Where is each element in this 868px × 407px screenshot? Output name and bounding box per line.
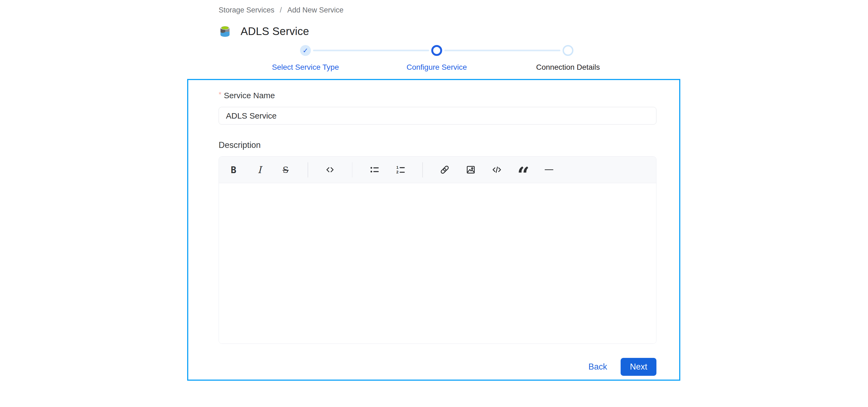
toolbar-divider <box>308 162 308 178</box>
block-quote-icon[interactable]: “ <box>516 162 531 178</box>
breadcrumb-separator: / <box>280 6 282 14</box>
strikethrough-icon[interactable]: S <box>278 162 293 178</box>
step-1-indicator: ✓ <box>300 45 311 56</box>
numbered-list-icon[interactable]: 1 2 <box>393 162 408 178</box>
breadcrumb: Storage Services / Add New Service <box>219 6 343 14</box>
breadcrumb-storage-services[interactable]: Storage Services <box>219 6 275 14</box>
step-connection-details: Connection Details <box>502 45 633 72</box>
italic-icon[interactable]: I <box>252 162 267 178</box>
adls-service-icon <box>219 25 231 38</box>
bulleted-list-icon[interactable] <box>367 162 382 178</box>
editor-toolbar: B I S <box>219 157 656 183</box>
page-header: ADLS Service <box>219 25 309 38</box>
page-title: ADLS Service <box>241 25 309 37</box>
service-name-input[interactable] <box>219 107 656 125</box>
card-footer: Back Next <box>219 358 656 376</box>
step-2-indicator <box>431 45 442 56</box>
step-3-indicator <box>563 45 574 56</box>
svg-text:1: 1 <box>396 165 399 169</box>
image-icon[interactable] <box>463 162 478 178</box>
bold-icon[interactable]: B <box>226 162 241 178</box>
check-icon: ✓ <box>303 47 308 54</box>
horizontal-rule-icon[interactable] <box>541 162 557 178</box>
next-button[interactable]: Next <box>621 358 656 376</box>
code-block-icon[interactable] <box>489 162 504 178</box>
toolbar-divider <box>352 162 352 178</box>
back-button[interactable]: Back <box>588 362 607 372</box>
step-select-service-type: ✓ Select Service Type <box>240 45 371 72</box>
description-editor: B I S <box>219 156 656 344</box>
configure-service-card: * Service Name Description B I S <box>187 79 680 381</box>
toolbar-divider <box>422 162 423 178</box>
step-3-label: Connection Details <box>536 63 600 72</box>
step-configure-service: Configure Service <box>371 45 502 72</box>
svg-text:2: 2 <box>396 170 399 174</box>
step-1-label: Select Service Type <box>272 63 339 72</box>
breadcrumb-add-new-service[interactable]: Add New Service <box>287 6 343 14</box>
required-asterisk: * <box>219 90 221 99</box>
link-icon[interactable] <box>437 162 453 178</box>
description-label: Description <box>219 140 656 150</box>
inline-code-icon[interactable] <box>322 162 338 178</box>
description-editor-body[interactable] <box>219 183 656 344</box>
step-2-label: Configure Service <box>407 63 467 72</box>
service-name-label: * Service Name <box>219 91 656 100</box>
wizard-stepper: ✓ Select Service Type Configure Service … <box>240 45 633 75</box>
